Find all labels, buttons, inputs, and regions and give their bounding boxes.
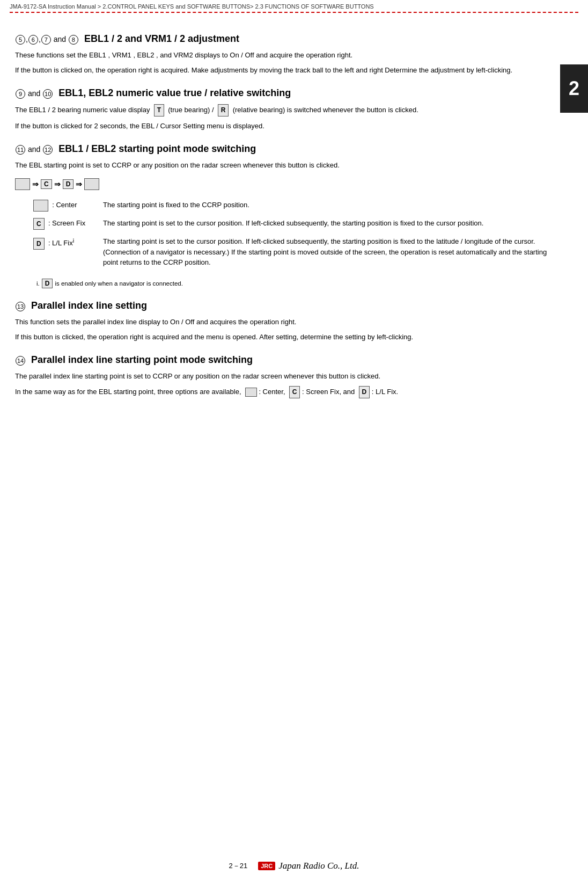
jrc-logo: JRC Japan Radio Co., Ltd. <box>258 861 359 871</box>
section-header-3: 11 and 12 EBL1 / EBL2 starting point mod… <box>15 143 545 155</box>
circle-5: 5 <box>16 35 25 45</box>
section-parallel-index-line: 13 Parallel index line setting This func… <box>15 300 545 343</box>
jrc-badge: JRC <box>258 862 275 870</box>
circle-12: 12 <box>43 145 53 155</box>
circle-7: 7 <box>41 35 51 45</box>
section-num-1: 5,6,7 and 8 <box>15 35 79 45</box>
footnote: i. D is enabled only when a navigator is… <box>36 279 545 288</box>
section-1-para-2: If the button is clicked on, the operati… <box>15 65 545 76</box>
section-header-2: 9 and 10 EBL1, EBL2 numeric value true /… <box>15 88 545 99</box>
chapter-tab: 2 <box>560 64 588 113</box>
section-body-3: The EBL starting point is set to CCRP or… <box>15 160 545 288</box>
section-5-para-1: The parallel index line starting point i… <box>15 371 545 382</box>
mode-label-center: : Center <box>31 198 101 216</box>
section-title-1: EBL1 / 2 and VRM1 / 2 adjustment <box>84 33 239 45</box>
section-header-5: 14 Parallel index line starting point mo… <box>15 354 545 366</box>
section-ebl-numeric-switch: 9 and 10 EBL1, EBL2 numeric value true /… <box>15 88 545 132</box>
section-parallel-start-mode: 14 Parallel index line starting point mo… <box>15 354 545 398</box>
mode-icon-D: D <box>33 238 45 250</box>
main-content: 5,6,7 and 8 EBL1 / 2 and VRM1 / 2 adjust… <box>0 13 588 420</box>
mode-label-screenfix: C : Screen Fix <box>31 216 101 234</box>
section-body-5: The parallel index line starting point i… <box>15 371 545 398</box>
circle-9: 9 <box>16 89 25 99</box>
section-num-3: 11 and 12 <box>15 145 53 155</box>
page-footer: 2－21 JRC Japan Radio Co., Ltd. <box>0 861 588 871</box>
arrow-box-empty2 <box>84 178 99 190</box>
mode-icon-center <box>33 200 48 212</box>
circle-13: 13 <box>16 302 25 311</box>
arrow-2: ⇒ <box>54 180 61 188</box>
arrow-1: ⇒ <box>32 180 39 188</box>
section-header-1: 5,6,7 and 8 EBL1 / 2 and VRM1 / 2 adjust… <box>15 33 545 45</box>
section-body-1: These functions set the EBL1 , VRM1 , EB… <box>15 50 545 76</box>
page-number: 2－21 <box>229 861 248 871</box>
key-R: R <box>218 104 229 117</box>
footnote-text: is enabled only when a navigator is conn… <box>55 280 182 287</box>
section-num-4: 13 <box>15 302 26 311</box>
mode-icon-C: C <box>33 218 45 230</box>
section-1-para-1: These functions set the EBL1 , VRM1 , EB… <box>15 50 545 61</box>
key-D-arrow: D <box>63 179 74 189</box>
section-ebl-start-point: 11 and 12 EBL1 / EBL2 starting point mod… <box>15 143 545 288</box>
section-title-2: EBL1, EBL2 numeric value true / relative… <box>58 88 291 99</box>
para5-icon-empty <box>245 388 257 397</box>
section-body-2: The EBL1 / 2 bearing numeric value displ… <box>15 104 545 132</box>
mode-desc-llfix: The starting point is set to the cursor … <box>101 234 561 272</box>
section-header-4: 13 Parallel index line setting <box>15 300 545 311</box>
mode-label-llfix: D : L/L Fixi <box>31 234 101 272</box>
footnote-key-D: D <box>42 279 53 288</box>
arrow-sequence: ⇒ C ⇒ D ⇒ <box>15 178 545 190</box>
mode-table: : Center The starting point is fixed to … <box>31 198 561 272</box>
mode-desc-center: The starting point is fixed to the CCRP … <box>101 198 561 216</box>
section-title-4: Parallel index line setting <box>31 300 147 311</box>
section-2-para-1: The EBL1 / 2 bearing numeric value displ… <box>15 104 545 117</box>
mode-row-screenfix: C : Screen Fix The starting point is set… <box>31 216 561 234</box>
section-ebl-vrm-adjustment: 5,6,7 and 8 EBL1 / 2 and VRM1 / 2 adjust… <box>15 33 545 76</box>
circle-8: 8 <box>69 35 78 45</box>
circle-11: 11 <box>16 145 25 155</box>
section-title-3: EBL1 / EBL2 starting point mode switchin… <box>58 143 256 155</box>
arrow-3: ⇒ <box>76 180 82 188</box>
breadcrumb: JMA-9172-SA Instruction Manual > 2.CONTR… <box>0 0 588 12</box>
section-title-5: Parallel index line starting point mode … <box>31 354 253 366</box>
circle-10: 10 <box>43 89 53 99</box>
mode-row-llfix: D : L/L Fixi The starting point is set t… <box>31 234 561 272</box>
mode-row-center: : Center The starting point is fixed to … <box>31 198 561 216</box>
page-wrapper: JMA-9172-SA Instruction Manual > 2.CONTR… <box>0 0 588 881</box>
para5-key-C: C <box>289 386 300 398</box>
section-3-intro: The EBL starting point is set to CCRP or… <box>15 160 545 171</box>
para5-key-D: D <box>359 386 370 398</box>
section-5-para-2: In the same way as for the EBL starting … <box>15 386 545 398</box>
footnote-i: i. <box>36 280 40 287</box>
circle-14: 14 <box>16 356 25 366</box>
section-4-para-1: This function sets the parallel index li… <box>15 317 545 327</box>
jrc-name: Japan Radio Co., Ltd. <box>278 861 359 871</box>
key-C-arrow: C <box>41 179 52 189</box>
arrow-box-empty1 <box>15 178 30 190</box>
section-4-para-2: If this button is clicked, the operation… <box>15 332 545 343</box>
circle-6: 6 <box>28 35 38 45</box>
mode-desc-screenfix: The starting point is set to the cursor … <box>101 216 561 234</box>
key-T: T <box>154 104 164 117</box>
section-num-2: 9 and 10 <box>15 89 53 99</box>
section-num-5: 14 <box>15 356 26 366</box>
section-body-4: This function sets the parallel index li… <box>15 317 545 343</box>
section-2-para-2: If the button is clicked for 2 seconds, … <box>15 121 545 132</box>
